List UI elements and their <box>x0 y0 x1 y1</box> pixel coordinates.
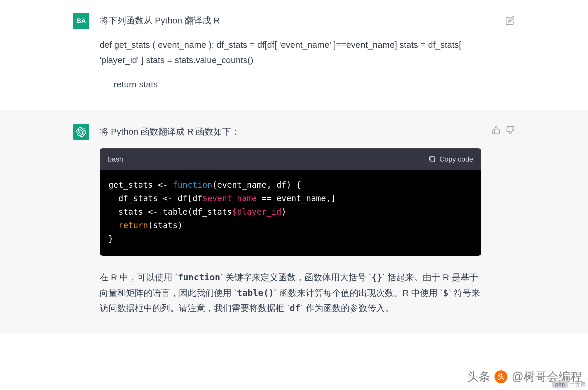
watermark-logo-icon: 头 <box>494 370 507 383</box>
text: ` 关键字来定义函数，函数体用大括号 ` <box>220 272 372 282</box>
assistant-content: 将 Python 函数翻译成 R 函数如下： bash Copy code ge… <box>100 124 481 316</box>
edit-icon[interactable] <box>505 16 515 25</box>
code-token: == event_name,] <box>257 194 336 203</box>
code-token: get_stats <- <box>108 180 173 190</box>
copy-code-button[interactable]: Copy code <box>428 153 473 165</box>
thumbs-up-icon[interactable] <box>492 126 501 135</box>
code-body: get_stats <- function(event_name, df) { … <box>100 170 481 256</box>
user-code-line: def get_stats ( event_name ): df_stats =… <box>100 37 495 68</box>
text: ` 作为函数的参数传入。 <box>300 303 393 313</box>
clipboard-icon <box>428 155 436 163</box>
user-message: BA 将下列函数从 Python 翻译成 R def get_stats ( e… <box>0 0 588 110</box>
user-code-line: return stats <box>100 77 495 92</box>
thumbs-down-icon[interactable] <box>506 126 515 135</box>
php-logo: php <box>552 381 568 388</box>
code-header: bash Copy code <box>100 148 481 170</box>
code-token: } <box>108 234 113 244</box>
text: 在 R 中，可以使用 ` <box>100 272 178 282</box>
feedback-buttons <box>492 126 515 316</box>
php-badge: php 中文网 <box>552 381 586 388</box>
code-token: $event_name <box>202 194 256 203</box>
assistant-explanation: 在 R 中，可以使用 `function` 关键字来定义函数，函数体用大括号 `… <box>100 270 481 316</box>
inline-code: function <box>178 272 220 282</box>
watermark-prefix: 头条 <box>467 369 490 385</box>
code-token: (stats) <box>148 221 183 230</box>
assistant-intro: 将 Python 函数翻译成 R 函数如下： <box>100 124 481 140</box>
user-avatar: BA <box>73 13 89 29</box>
inline-code: {} <box>372 272 382 282</box>
text: ` 函数来计算每个值的出现次数。R 中使用 ` <box>274 288 443 298</box>
assistant-message: 将 Python 函数翻译成 R 函数如下： bash Copy code ge… <box>0 110 588 334</box>
code-language-label: bash <box>108 153 123 165</box>
user-prompt-title: 将下列函数从 Python 翻译成 R <box>100 13 495 28</box>
code-token: function <box>173 180 212 190</box>
php-text: 中文网 <box>570 381 586 388</box>
code-token: return <box>118 221 148 230</box>
inline-code: table() <box>237 288 274 298</box>
code-block: bash Copy code get_stats <- function(eve… <box>100 148 481 256</box>
code-token: ) <box>281 207 286 217</box>
inline-code: $ <box>443 288 448 298</box>
assistant-avatar <box>73 124 89 140</box>
user-content: 将下列函数从 Python 翻译成 R def get_stats ( even… <box>100 13 495 92</box>
code-token <box>108 221 118 230</box>
code-token: stats <- table(df_stats <box>108 207 232 217</box>
code-token: $player_id <box>232 207 281 217</box>
svg-rect-0 <box>431 157 435 162</box>
copy-code-label: Copy code <box>439 153 473 165</box>
inline-code: df <box>290 303 300 313</box>
code-token: (event_name, df) { <box>212 180 301 190</box>
code-token: df_stats <- df[df <box>108 194 202 203</box>
